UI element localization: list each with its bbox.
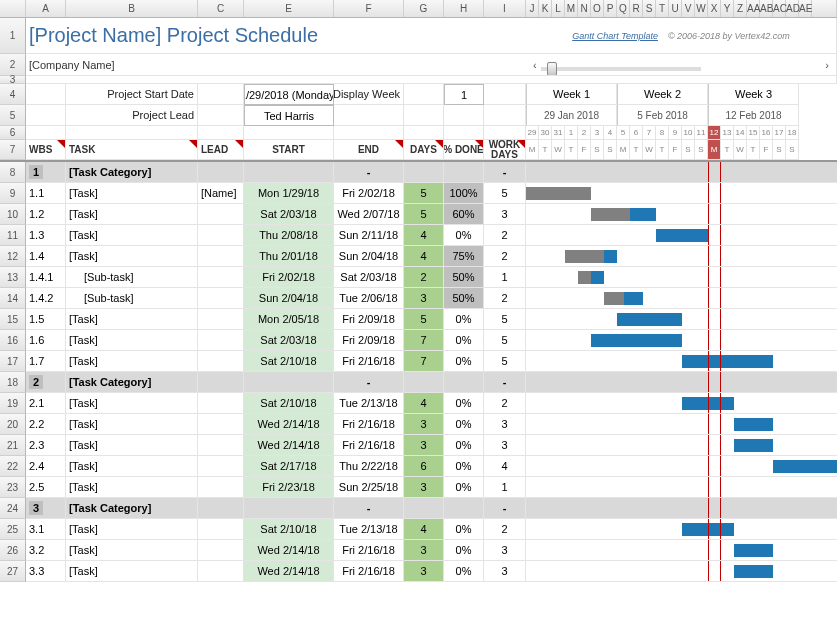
hdr-lead: LEAD <box>198 140 244 160</box>
gantt-timeline <box>526 351 837 372</box>
table-row[interactable]: 192.1[Task]Sat 2/10/18Tue 2/13/1840%2 <box>0 393 837 414</box>
row-header[interactable]: 16 <box>0 330 26 351</box>
row-header[interactable]: 21 <box>0 435 26 456</box>
week-date: 5 Feb 2018 <box>617 105 708 126</box>
table-row[interactable]: 101.2[Task]Sat 2/03/18Wed 2/07/18560%3 <box>0 204 837 225</box>
label-start-date: Project Start Date <box>66 84 198 105</box>
table-row[interactable]: 171.7[Task]Sat 2/10/18Fri 2/16/1870%5 <box>0 351 837 372</box>
hdr-start: START <box>244 140 334 160</box>
hdr-wbs: WBS <box>26 140 66 160</box>
timeline-slider[interactable] <box>541 67 701 71</box>
table-row[interactable]: 202.2[Task]Wed 2/14/18Fri 2/16/1830%3 <box>0 414 837 435</box>
table-row[interactable]: 243[Task Category]-- <box>0 498 837 519</box>
gantt-timeline <box>526 162 837 183</box>
week-label: Week 3 <box>708 84 799 105</box>
row-header[interactable]: 23 <box>0 477 26 498</box>
table-row[interactable]: 253.1[Task]Sat 2/10/18Tue 2/13/1840%2 <box>0 519 837 540</box>
row-header[interactable]: 25 <box>0 519 26 540</box>
col-F[interactable]: F <box>334 0 404 17</box>
gantt-timeline <box>526 540 837 561</box>
gantt-timeline <box>526 183 837 204</box>
scroll-left-icon[interactable]: ‹ <box>529 59 541 71</box>
row-header[interactable]: 19 <box>0 393 26 414</box>
row-header-2[interactable]: 2 <box>0 54 26 76</box>
gantt-timeline <box>526 288 837 309</box>
row-header[interactable]: 15 <box>0 309 26 330</box>
start-date-value[interactable]: 1/29/2018 (Monday) <box>244 84 334 105</box>
display-week-value[interactable]: 1 <box>444 84 484 105</box>
row-header[interactable]: 22 <box>0 456 26 477</box>
label-display-week: Display Week <box>334 84 404 105</box>
table-row[interactable]: 212.3[Task]Wed 2/14/18Fri 2/16/1830%3 <box>0 435 837 456</box>
gantt-timeline <box>526 519 837 540</box>
gantt-timeline <box>526 246 837 267</box>
row-header[interactable]: 8 <box>0 162 26 183</box>
column-header-row[interactable]: A B C E F G H I JKLMNOPQRSTUVWXYZAAABACA… <box>0 0 837 18</box>
table-row[interactable]: 151.5[Task]Mon 2/05/18Fri 2/09/1850%5 <box>0 309 837 330</box>
table-row[interactable]: 232.5[Task]Fri 2/23/18Sun 2/25/1830%1 <box>0 477 837 498</box>
row-header[interactable]: 14 <box>0 288 26 309</box>
row-header[interactable]: 24 <box>0 498 26 519</box>
table-row[interactable]: 182[Task Category]-- <box>0 372 837 393</box>
copyright-text: © 2006-2018 by Vertex42.com <box>668 31 790 41</box>
col-A[interactable]: A <box>26 0 66 17</box>
row-header-1[interactable]: 1 <box>0 18 26 54</box>
week-date: 12 Feb 2018 <box>708 105 799 126</box>
week-label: Week 2 <box>617 84 708 105</box>
row-header[interactable]: 27 <box>0 561 26 582</box>
hdr-pct: % DONE <box>444 140 484 160</box>
row-header[interactable]: 26 <box>0 540 26 561</box>
gantt-timeline <box>526 498 837 519</box>
table-row[interactable]: 91.1[Task][Name]Mon 1/29/18Fri 2/02/1851… <box>0 183 837 204</box>
gantt-timeline <box>526 330 837 351</box>
table-row[interactable]: 273.3[Task]Wed 2/14/18Fri 2/16/1830%3 <box>0 561 837 582</box>
gantt-timeline <box>526 414 837 435</box>
scroll-right-icon[interactable]: › <box>821 59 833 71</box>
gantt-timeline <box>526 309 837 330</box>
col-G[interactable]: G <box>404 0 444 17</box>
row-header-6[interactable]: 6 <box>0 126 26 140</box>
table-row[interactable]: 81[Task Category]-- <box>0 162 837 183</box>
row-header[interactable]: 9 <box>0 183 26 204</box>
table-row[interactable]: 111.3[Task]Thu 2/08/18Sun 2/11/1840%2 <box>0 225 837 246</box>
template-link[interactable]: Gantt Chart Template <box>572 31 658 41</box>
gantt-timeline <box>526 435 837 456</box>
hdr-end: END <box>334 140 404 160</box>
hdr-days: DAYS <box>404 140 444 160</box>
project-lead-value[interactable]: Ted Harris <box>244 105 334 126</box>
col-C[interactable]: C <box>198 0 244 17</box>
col-B[interactable]: B <box>66 0 198 17</box>
table-row[interactable]: 131.4.1[Sub-task]Fri 2/02/18Sat 2/03/182… <box>0 267 837 288</box>
row-header[interactable]: 13 <box>0 267 26 288</box>
gantt-timeline <box>526 477 837 498</box>
table-row[interactable]: 121.4[Task]Thu 2/01/18Sun 2/04/18475%2 <box>0 246 837 267</box>
row-header-3[interactable]: 3 <box>0 76 26 84</box>
hdr-work: WORK DAYS <box>484 140 526 160</box>
row-header-5[interactable]: 5 <box>0 105 26 126</box>
gantt-timeline <box>526 393 837 414</box>
hdr-task: TASK <box>66 140 198 160</box>
row-header[interactable]: 17 <box>0 351 26 372</box>
table-row[interactable]: 161.6[Task]Sat 2/03/18Fri 2/09/1870%5 <box>0 330 837 351</box>
col-I[interactable]: I <box>484 0 526 17</box>
row-header-4[interactable]: 4 <box>0 84 26 105</box>
row-header[interactable]: 10 <box>0 204 26 225</box>
col-H[interactable]: H <box>444 0 484 17</box>
table-row[interactable]: 222.4[Task]Sat 2/17/18Thu 2/22/1860%4 <box>0 456 837 477</box>
gantt-timeline <box>526 561 837 582</box>
week-date: 29 Jan 2018 <box>526 105 617 126</box>
row-header[interactable]: 20 <box>0 414 26 435</box>
col-E[interactable]: E <box>244 0 334 17</box>
row-header[interactable]: 11 <box>0 225 26 246</box>
gantt-timeline <box>526 204 837 225</box>
gantt-timeline <box>526 267 837 288</box>
table-row[interactable]: 141.4.2[Sub-task]Sun 2/04/18Tue 2/06/183… <box>0 288 837 309</box>
company-name: [Company Name] <box>29 59 115 71</box>
table-row[interactable]: 263.2[Task]Wed 2/14/18Fri 2/16/1830%3 <box>0 540 837 561</box>
row-header[interactable]: 18 <box>0 372 26 393</box>
slider-thumb[interactable] <box>547 62 557 76</box>
row-header[interactable]: 12 <box>0 246 26 267</box>
label-project-lead: Project Lead <box>66 105 198 126</box>
row-header-7[interactable]: 7 <box>0 140 26 160</box>
week-label: Week 1 <box>526 84 617 105</box>
